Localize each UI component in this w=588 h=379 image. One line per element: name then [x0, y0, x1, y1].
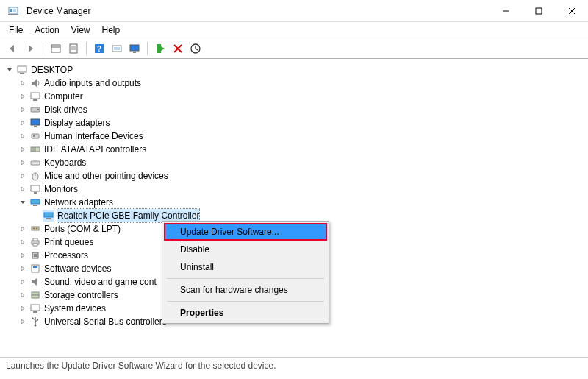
chevron-down-icon[interactable] — [4, 65, 15, 75]
forward-button[interactable] — [22, 40, 38, 57]
tree-node-label: Display adapters — [44, 116, 110, 130]
display-button[interactable] — [126, 40, 143, 57]
svg-rect-17 — [114, 47, 120, 50]
chevron-right-icon[interactable] — [18, 144, 28, 155]
back-button[interactable] — [4, 40, 21, 57]
chevron-right-icon[interactable] — [18, 78, 28, 88]
svg-rect-66 — [37, 319, 38, 321]
tree-node-label: Monitors — [44, 183, 78, 196]
svg-rect-5 — [536, 8, 542, 14]
chevron-right-icon[interactable] — [18, 118, 28, 128]
tree-node-mice[interactable]: Mice and other pointing devices — [3, 169, 585, 183]
context-disable[interactable]: Disable — [164, 241, 327, 258]
svg-rect-18 — [130, 45, 139, 51]
close-button[interactable] — [555, 0, 588, 21]
statusbar: Launches the Update Driver Software Wiza… — [0, 357, 588, 374]
disable-button[interactable] — [170, 40, 186, 57]
chevron-right-icon[interactable] — [18, 184, 28, 194]
menu-help[interactable]: Help — [98, 24, 125, 37]
svg-rect-58 — [34, 254, 37, 257]
svg-text:?: ? — [97, 45, 101, 53]
svg-point-52 — [33, 228, 35, 230]
tree-node-keyboards[interactable]: Keyboards — [3, 156, 585, 169]
sound-icon — [29, 276, 41, 288]
display-icon — [29, 117, 41, 129]
chevron-right-icon[interactable] — [18, 250, 28, 261]
keyboard-icon — [29, 157, 41, 169]
chevron-down-icon[interactable] — [18, 197, 28, 208]
tree-node-network[interactable]: Network adapters — [3, 196, 585, 209]
svg-rect-48 — [33, 205, 37, 206]
minimize-button[interactable] — [489, 0, 522, 21]
update-button[interactable] — [187, 40, 204, 57]
show-hidden-button[interactable] — [48, 40, 64, 57]
chevron-right-icon[interactable] — [18, 316, 28, 327]
context-update[interactable]: Update Driver Software... — [164, 223, 327, 241]
tree-node-disk[interactable]: Disk drives — [3, 103, 585, 116]
svg-rect-49 — [44, 213, 53, 217]
computer-icon — [16, 64, 28, 76]
chevron-right-icon[interactable] — [18, 237, 28, 247]
svg-rect-10 — [70, 44, 77, 53]
chevron-right-icon[interactable] — [18, 91, 28, 102]
svg-rect-61 — [32, 292, 39, 295]
computer-icon — [29, 91, 41, 102]
menu-file[interactable]: File — [4, 24, 27, 37]
chevron-right-icon[interactable] — [18, 171, 28, 181]
help-button[interactable]: ? — [91, 40, 107, 57]
svg-rect-1 — [10, 9, 12, 12]
chevron-right-icon[interactable] — [18, 157, 28, 168]
svg-rect-63 — [31, 305, 40, 311]
tree-node-audio[interactable]: Audio inputs and outputs — [3, 77, 585, 90]
enable-button[interactable] — [152, 40, 168, 57]
svg-rect-45 — [31, 185, 40, 191]
tree-node-label: Computer — [44, 90, 83, 103]
tree-root[interactable]: DESKTOP — [3, 63, 585, 77]
svg-rect-50 — [46, 218, 51, 219]
tree-node-label: Keyboards — [44, 156, 86, 169]
menu-view[interactable]: View — [67, 24, 95, 37]
tree-node-label: Audio inputs and outputs — [44, 77, 141, 90]
svg-point-53 — [36, 228, 37, 230]
context-scan[interactable]: Scan for hardware changes — [164, 281, 327, 299]
chevron-right-icon[interactable] — [18, 263, 28, 274]
svg-rect-47 — [31, 199, 40, 204]
tree-node-label: Processors — [44, 249, 88, 262]
svg-rect-2 — [13, 9, 16, 12]
printer-icon — [29, 236, 41, 248]
context-uninstall[interactable]: Uninstall — [164, 258, 327, 276]
window-title: Device Manager — [26, 6, 90, 16]
chevron-right-icon[interactable] — [18, 303, 28, 314]
chevron-right-icon[interactable] — [18, 105, 28, 115]
tree-node-label: Human Interface Devices — [44, 130, 143, 143]
svg-point-42 — [37, 162, 37, 163]
separator — [167, 301, 324, 302]
tree-node-label: Disk drives — [44, 103, 87, 116]
svg-rect-24 — [18, 66, 26, 72]
menu-action[interactable]: Action — [30, 24, 63, 37]
tree-node-hid[interactable]: Human Interface Devices — [3, 130, 585, 143]
chevron-right-icon[interactable] — [18, 277, 28, 287]
titlebar: Device Manager — [0, 0, 588, 22]
tree-node-label: Mice and other pointing devices — [44, 169, 168, 183]
tree-node-label: Universal Serial Bus controllers — [44, 315, 167, 328]
tree-node-label: Print queues — [44, 235, 93, 249]
maximize-button[interactable] — [522, 0, 555, 21]
svg-rect-27 — [33, 99, 37, 101]
svg-rect-30 — [31, 119, 40, 125]
context-properties[interactable]: Properties — [164, 304, 327, 322]
svg-rect-64 — [33, 311, 37, 313]
chevron-right-icon[interactable] — [18, 290, 28, 300]
chevron-right-icon[interactable] — [18, 131, 28, 141]
scan-button[interactable] — [109, 40, 125, 57]
tree-node-display[interactable]: Display adapters — [3, 116, 585, 130]
tree-node-ide[interactable]: IDE ATA/ATAPI controllers — [3, 143, 585, 156]
chevron-right-icon[interactable] — [18, 224, 28, 234]
tree-node-computer[interactable]: Computer — [3, 90, 585, 103]
properties-button[interactable] — [65, 40, 82, 57]
storage-icon — [29, 289, 41, 301]
tree-node-label: System devices — [44, 302, 106, 315]
tree-node-monitors[interactable]: Monitors — [3, 183, 585, 196]
svg-point-41 — [35, 162, 36, 163]
svg-point-67 — [32, 318, 34, 319]
